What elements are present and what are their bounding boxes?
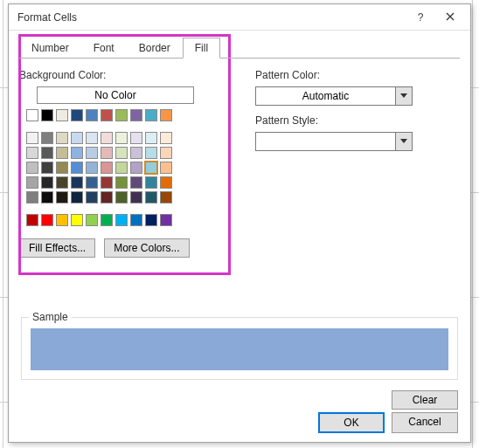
color-swatch[interactable] (71, 162, 83, 174)
chevron-down-icon (395, 86, 413, 106)
color-swatch[interactable] (56, 214, 68, 226)
color-swatch[interactable] (26, 147, 38, 159)
chevron-down-icon (395, 132, 413, 151)
color-swatch[interactable] (160, 109, 172, 121)
sample-swatch (31, 328, 448, 370)
standard-colors-row (26, 214, 220, 226)
no-color-button[interactable]: No Color (37, 86, 194, 104)
cancel-button[interactable]: Cancel (392, 412, 458, 433)
color-swatch[interactable] (115, 132, 128, 144)
help-button[interactable]: ? (406, 6, 435, 29)
color-swatch[interactable] (115, 214, 128, 226)
pattern-color-label: Pattern Color: (255, 69, 460, 81)
color-swatch[interactable] (56, 176, 68, 189)
clear-button[interactable]: Clear (392, 390, 458, 410)
more-colors-button[interactable]: More Colors... (104, 238, 189, 258)
color-swatch[interactable] (115, 176, 128, 189)
color-swatch[interactable] (71, 214, 83, 226)
color-swatch[interactable] (101, 147, 113, 159)
color-swatch[interactable] (160, 191, 172, 203)
background-color-label: Background Color: (19, 69, 220, 81)
sample-group: Sample (21, 317, 458, 380)
color-swatch[interactable] (115, 109, 128, 121)
tab-number[interactable]: Number (19, 38, 81, 59)
color-swatch[interactable] (41, 147, 53, 159)
color-swatch[interactable] (56, 109, 68, 121)
color-swatch[interactable] (71, 132, 83, 144)
color-swatch[interactable] (41, 132, 53, 144)
color-swatch[interactable] (130, 132, 142, 144)
tab-border[interactable]: Border (127, 38, 183, 59)
color-swatch[interactable] (26, 109, 38, 121)
color-swatch[interactable] (86, 147, 98, 159)
color-swatch[interactable] (130, 214, 142, 226)
color-swatch[interactable] (130, 176, 142, 189)
sample-label: Sample (29, 311, 72, 323)
color-swatch[interactable] (145, 147, 157, 159)
color-swatch[interactable] (86, 162, 98, 174)
color-swatch[interactable] (71, 109, 83, 121)
help-icon: ? (418, 11, 424, 24)
tab-strip: Number Font Border Fill (19, 38, 460, 59)
color-swatch[interactable] (26, 162, 38, 174)
color-swatch[interactable] (56, 162, 68, 174)
color-swatch[interactable] (145, 176, 157, 189)
color-swatch[interactable] (41, 162, 53, 174)
color-swatch[interactable] (160, 147, 172, 159)
color-swatch[interactable] (130, 147, 142, 159)
color-swatch[interactable] (101, 132, 113, 144)
color-swatch[interactable] (160, 176, 172, 189)
color-swatch[interactable] (130, 191, 142, 203)
color-swatch[interactable] (145, 214, 157, 226)
color-swatch[interactable] (145, 109, 157, 121)
format-cells-dialog: Format Cells ? Number Font Border Fill B… (8, 3, 471, 443)
fill-effects-button[interactable]: Fill Effects... (19, 238, 95, 258)
color-swatch[interactable] (160, 162, 172, 174)
color-swatch[interactable] (26, 191, 38, 203)
color-swatch[interactable] (86, 132, 98, 144)
color-swatch[interactable] (130, 162, 142, 174)
ok-button[interactable]: OK (318, 412, 385, 433)
pattern-style-dropdown[interactable] (255, 132, 413, 151)
color-swatch[interactable] (56, 147, 68, 159)
color-swatch[interactable] (41, 176, 53, 189)
color-swatch[interactable] (115, 162, 128, 174)
color-swatch[interactable] (160, 214, 172, 226)
pattern-style-value (255, 132, 395, 151)
tab-fill[interactable]: Fill (183, 38, 220, 59)
color-swatch[interactable] (101, 214, 113, 226)
color-swatch[interactable] (145, 191, 157, 203)
color-swatch[interactable] (101, 191, 113, 203)
color-swatch[interactable] (26, 132, 38, 144)
color-swatch[interactable] (145, 162, 157, 174)
color-swatch[interactable] (26, 176, 38, 189)
color-swatch[interactable] (86, 214, 98, 226)
color-swatch[interactable] (56, 191, 68, 203)
color-swatch[interactable] (71, 191, 83, 203)
color-swatch[interactable] (115, 191, 128, 203)
color-swatch[interactable] (160, 132, 172, 144)
close-icon (446, 11, 455, 24)
color-swatch[interactable] (130, 109, 142, 121)
color-swatch[interactable] (86, 191, 98, 203)
color-swatch[interactable] (101, 176, 113, 189)
color-swatch[interactable] (71, 176, 83, 189)
color-swatch[interactable] (41, 214, 53, 226)
color-swatch[interactable] (86, 109, 98, 121)
color-swatch[interactable] (41, 191, 53, 203)
close-button[interactable] (435, 6, 465, 29)
window-title: Format Cells (17, 11, 406, 24)
color-swatch[interactable] (101, 162, 113, 174)
tab-font[interactable]: Font (81, 38, 127, 59)
color-swatch[interactable] (26, 214, 38, 226)
color-swatch[interactable] (71, 147, 83, 159)
color-swatch[interactable] (115, 147, 128, 159)
pattern-color-value: Automatic (255, 86, 395, 106)
color-swatch[interactable] (41, 109, 53, 121)
color-swatch[interactable] (56, 132, 68, 144)
color-swatch[interactable] (101, 109, 113, 121)
pattern-color-dropdown[interactable]: Automatic (255, 86, 413, 106)
color-swatch[interactable] (86, 176, 98, 189)
titlebar: Format Cells ? (9, 4, 470, 31)
color-swatch[interactable] (145, 132, 157, 144)
